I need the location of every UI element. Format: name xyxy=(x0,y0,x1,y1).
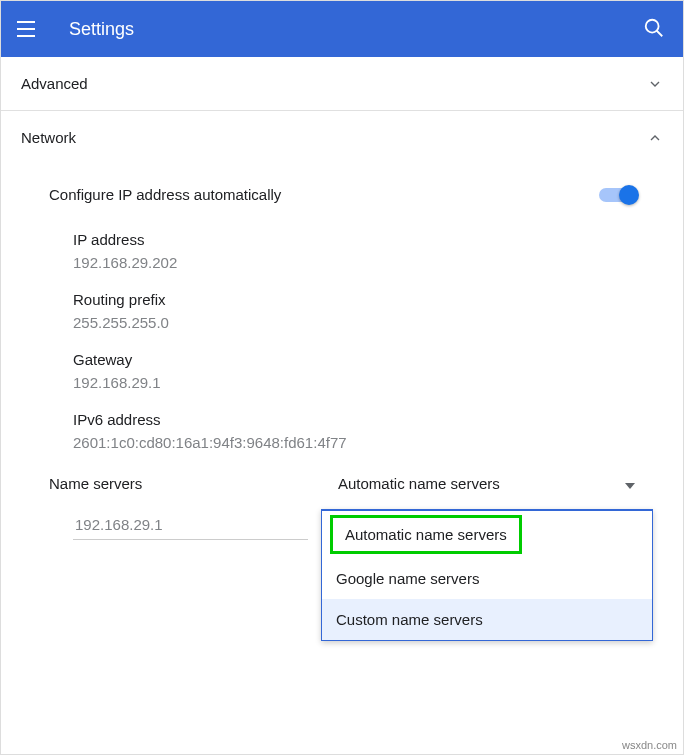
section-advanced[interactable]: Advanced xyxy=(1,57,683,110)
watermark: wsxdn.com xyxy=(622,739,677,751)
section-network[interactable]: Network xyxy=(1,111,683,164)
network-body: Configure IP address automatically IP ad… xyxy=(1,164,683,568)
auto-ip-toggle[interactable] xyxy=(599,188,635,202)
ip-block: IP address 192.168.29.202 xyxy=(21,221,663,281)
page-title: Settings xyxy=(69,19,643,40)
ns-option-custom[interactable]: Custom name servers xyxy=(322,599,652,640)
dns-field[interactable] xyxy=(73,510,308,540)
ns-option-google[interactable]: Google name servers xyxy=(322,558,652,599)
ipv6-value: 2601:1c0:cd80:16a1:94f3:9648:fd61:4f77 xyxy=(73,434,663,451)
ip-value: 192.168.29.202 xyxy=(73,254,663,271)
auto-ip-row: Configure IP address automatically xyxy=(21,164,663,221)
svg-point-0 xyxy=(646,20,659,33)
ipv6-block: IPv6 address 2601:1c0:cd80:16a1:94f3:964… xyxy=(21,401,663,461)
prefix-block: Routing prefix 255.255.255.0 xyxy=(21,281,663,341)
auto-ip-label: Configure IP address automatically xyxy=(49,186,281,203)
ns-option-automatic[interactable]: Automatic name servers xyxy=(330,515,522,554)
name-servers-selected: Automatic name servers xyxy=(338,475,500,492)
name-servers-label: Name servers xyxy=(49,475,338,492)
search-icon[interactable] xyxy=(643,17,667,41)
menu-icon[interactable] xyxy=(17,17,41,41)
gateway-value: 192.168.29.1 xyxy=(73,374,663,391)
chevron-down-icon xyxy=(647,76,663,92)
chevron-up-icon xyxy=(647,130,663,146)
svg-line-1 xyxy=(657,31,663,37)
name-servers-row: Name servers Automatic name servers Auto… xyxy=(21,461,663,506)
prefix-label: Routing prefix xyxy=(73,291,663,308)
gateway-label: Gateway xyxy=(73,351,663,368)
prefix-value: 255.255.255.0 xyxy=(73,314,663,331)
section-advanced-label: Advanced xyxy=(21,75,88,92)
name-servers-dropdown: Automatic name servers Google name serve… xyxy=(321,509,653,641)
name-servers-select[interactable]: Automatic name servers xyxy=(338,475,635,492)
svg-marker-2 xyxy=(625,483,635,489)
gateway-block: Gateway 192.168.29.1 xyxy=(21,341,663,401)
section-network-label: Network xyxy=(21,129,76,146)
app-header: Settings xyxy=(1,1,683,57)
ipv6-label: IPv6 address xyxy=(73,411,663,428)
dropdown-triangle-icon xyxy=(625,475,635,492)
ip-label: IP address xyxy=(73,231,663,248)
